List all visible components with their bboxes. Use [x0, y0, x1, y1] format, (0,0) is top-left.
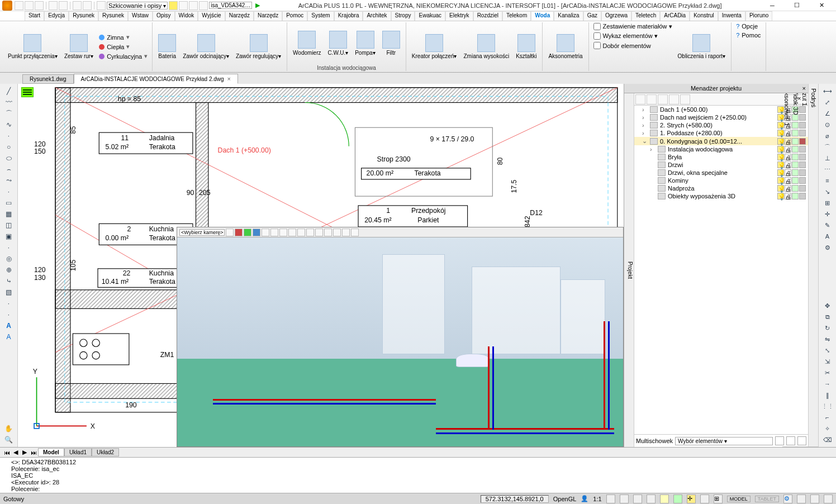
menu-tab-ewakuac[interactable]: Ewakuac — [415, 11, 445, 21]
doc-tab[interactable]: ArCADia-INSTALACJE WODOCIAGOWE Przykład … — [74, 74, 238, 84]
qat-open-icon[interactable] — [25, 1, 34, 10]
dim-linear-icon[interactable]: ⟷ — [820, 86, 835, 96]
center-icon[interactable]: ✛ — [820, 209, 835, 219]
v3d-ico7[interactable] — [279, 229, 287, 236]
v3d-ico2[interactable] — [235, 229, 243, 236]
vtab-aksonomet.1[interactable]: Aksonomet. 1 — [782, 84, 791, 447]
pipe-zimna[interactable]: Zimna▾ — [98, 33, 149, 41]
layout-prev-icon[interactable]: ◀ — [11, 449, 20, 456]
ribbon-wodomierz[interactable]: Wodomierz — [291, 22, 323, 64]
chk-dobór[interactable]: Dobór elementów — [592, 41, 673, 50]
menu-tab-architek[interactable]: Architek — [363, 11, 391, 21]
sb-gear-icon[interactable]: ⚙ — [783, 495, 792, 503]
pan-icon[interactable]: ✋ — [1, 424, 16, 434]
text-A-icon[interactable]: A — [1, 321, 16, 331]
menu-tab-wyjście[interactable]: Wyjście — [198, 11, 225, 21]
v3d-ico6[interactable] — [270, 229, 278, 236]
menu-tab-gaz[interactable]: Gaz — [583, 11, 601, 21]
v3d-ico8[interactable] — [288, 229, 296, 236]
run-icon[interactable]: ▶ — [255, 2, 260, 9]
qat-save-icon[interactable] — [35, 1, 44, 10]
dim-style-icon[interactable]: ⚙ — [820, 243, 835, 253]
vtab-podryś[interactable]: Podryś — [809, 84, 818, 447]
sb-snap-icon[interactable]: ✛ — [687, 495, 696, 503]
vtab-widok3d[interactable]: Widok 3D — [791, 84, 800, 447]
ribbon-opcje[interactable]: ? Opcje — [735, 22, 762, 30]
extend-icon[interactable]: → — [820, 379, 835, 389]
ribbon-filtr[interactable]: Filtr — [380, 22, 402, 64]
block-tool-icon[interactable]: ◫ — [1, 220, 16, 230]
tolerance-icon[interactable]: ⊞ — [820, 198, 835, 208]
menu-tab-ogrzewa[interactable]: Ogrzewa — [601, 11, 631, 21]
dim-radius-icon[interactable]: ⊙ — [820, 120, 835, 130]
dim-text-icon[interactable]: A — [820, 231, 835, 241]
region-tool-icon[interactable]: ▣ — [1, 231, 16, 241]
v3d-ico5[interactable] — [262, 229, 269, 236]
sb-ico8[interactable] — [700, 495, 709, 503]
aksonometria-button[interactable]: Aksonometria — [546, 22, 585, 71]
punkt-przylaczenia-button[interactable]: Punkt przyłączenia▾ — [6, 22, 60, 71]
menu-tab-teletech[interactable]: Teletech — [631, 11, 660, 21]
menu-tab-opisy[interactable]: Opisy — [153, 11, 175, 21]
ribbon-zawór[interactable]: Zawór odcinający▾ — [180, 22, 231, 71]
fillet-icon[interactable]: ⌐ — [820, 412, 835, 422]
dim-edit-icon[interactable]: ✎ — [820, 220, 835, 230]
qat-redo-icon[interactable] — [83, 1, 92, 10]
line-tool-icon[interactable]: ╱ — [1, 86, 16, 96]
pm-ico3[interactable] — [658, 94, 668, 104]
menu-tab-widok[interactable]: Widok — [175, 11, 198, 21]
stretch-icon[interactable]: ⇲ — [820, 356, 835, 367]
dim-aligned-icon[interactable]: ⤢ — [820, 97, 835, 107]
menu-tab-elektryk[interactable]: Elektryk — [445, 11, 473, 21]
menu-tab-telekom[interactable]: Telekom — [502, 11, 531, 21]
doc-tab[interactable]: Rysunek1.dwg — [22, 74, 74, 84]
maximize-button[interactable]: ☐ — [785, 0, 809, 11]
offset-icon[interactable]: ‖ — [820, 390, 835, 400]
qat-sun-icon[interactable] — [179, 1, 188, 10]
projekt-side-tab[interactable]: Projekt — [624, 93, 634, 447]
path-icon[interactable]: ⤷ — [1, 276, 16, 286]
sb-ico5[interactable] — [660, 495, 669, 503]
pm-ico1[interactable] — [635, 94, 645, 104]
v3d-ico10[interactable] — [306, 229, 314, 236]
sb-model-btn[interactable]: MODEL — [727, 496, 750, 502]
qat-page-icon[interactable] — [189, 1, 198, 10]
qat-workspace-combo[interactable]: Szkicowanie i opisy ▾ — [107, 2, 168, 9]
v3d-ico12[interactable] — [324, 229, 332, 236]
ribbon-c.w.u.▾[interactable]: C.W.U.▾ — [326, 22, 351, 64]
dim-arc-icon[interactable]: ⌒ — [820, 142, 835, 152]
qat-saveall-icon[interactable] — [49, 1, 58, 10]
polyline-tool-icon[interactable]: 〰 — [1, 97, 16, 107]
scale-icon[interactable]: ⤡ — [820, 345, 835, 355]
copy-icon[interactable]: ⧉ — [820, 312, 835, 322]
spline-tool-icon[interactable]: ∿ — [1, 120, 16, 130]
leader-icon[interactable]: ↘ — [820, 187, 835, 197]
pipe-ciepła[interactable]: Ciepła▾ — [98, 42, 149, 51]
menu-tab-edycja[interactable]: Edycja — [44, 11, 69, 21]
menu-tab-wstaw[interactable]: Wstaw — [128, 11, 153, 21]
v3d-ico11[interactable] — [315, 229, 323, 236]
menu-tab-pioruno[interactable]: Pioruno — [745, 11, 772, 21]
menu-tab-arcadia[interactable]: ArCADia — [660, 11, 690, 21]
curve-tool-icon[interactable]: ⤳ — [1, 175, 16, 186]
ribbon-pomoc[interactable]: ? Pomoc — [735, 31, 762, 39]
qat-command-combo[interactable]: isa_VD5A342… — [209, 2, 252, 9]
sb-ico6[interactable] — [673, 495, 682, 503]
menu-tab-narzędz[interactable]: Narzędz — [254, 11, 282, 21]
dim-diameter-icon[interactable]: ⌀ — [820, 131, 835, 141]
layout-first-icon[interactable]: ⏮ — [2, 449, 11, 456]
ellipse-tool-icon[interactable]: ⬭ — [1, 153, 16, 163]
chk-zestawienie[interactable]: Zestawienie materiałów ▾ — [592, 22, 673, 31]
qat-layers-icon[interactable] — [97, 1, 106, 10]
menu-tab-woda[interactable]: Woda — [531, 11, 554, 21]
ribbon-bateria[interactable]: Bateria — [156, 22, 178, 71]
panel-close-icon[interactable]: × — [802, 85, 806, 92]
sb-ico11[interactable] — [810, 495, 819, 503]
v3d-ico15[interactable] — [351, 229, 359, 236]
hatch-tool-icon[interactable]: ▦ — [1, 209, 16, 219]
menu-tab-konstrul[interactable]: Konstrul — [690, 11, 718, 21]
close-button[interactable]: ✕ — [809, 0, 834, 11]
camera-combo[interactable]: <Wybierz kamerę> — [179, 229, 225, 236]
zoom-icon[interactable]: 🔍 — [1, 435, 16, 445]
circle2-icon[interactable]: ◎ — [1, 254, 16, 264]
